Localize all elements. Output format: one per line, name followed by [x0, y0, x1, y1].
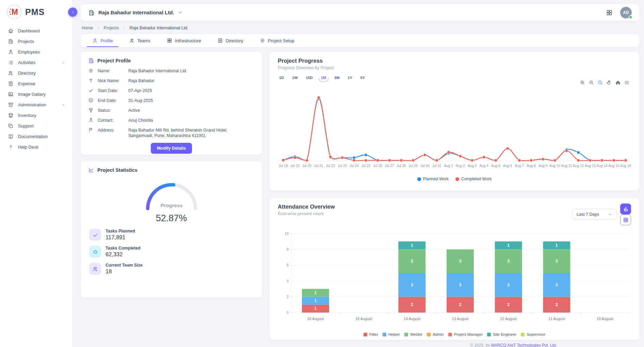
date-range-select[interactable]: Last 7 Days [572, 209, 617, 220]
zoom-in-icon[interactable] [580, 80, 585, 86]
flag-icon [88, 127, 94, 133]
sidebar-item-administration[interactable]: Administration [0, 100, 72, 110]
user-avatar[interactable]: AD [620, 7, 632, 18]
svg-text:2: 2 [459, 302, 462, 307]
gear-icon [88, 68, 94, 73]
legend-helper[interactable]: Helper [383, 332, 400, 336]
book-icon [8, 134, 14, 139]
tab-directory[interactable]: Directory [209, 34, 252, 47]
table-view-button[interactable] [620, 214, 631, 225]
sidebar-item-directory[interactable]: Directory [0, 68, 72, 78]
date-range-value: Last 7 Days [577, 212, 599, 217]
company-icon [88, 9, 95, 16]
selection-zoom-icon[interactable] [597, 80, 603, 86]
stat-icon-box [89, 246, 101, 258]
reset-zoom-icon[interactable] [615, 80, 621, 86]
target-icon [88, 97, 94, 103]
bar-view-button[interactable] [620, 203, 631, 214]
sidebar-item-documentation[interactable]: Documentation [0, 131, 72, 142]
stat-tasks-planned: Tasks Planned117,891 [89, 229, 255, 241]
modify-details-button[interactable]: Modify Details [151, 143, 192, 154]
project-statistics-icon [88, 167, 94, 173]
range-button-1w[interactable]: 1W [291, 75, 299, 80]
brand[interactable]: M PMS [0, 0, 72, 26]
statistics-card-title: Project Statistics [97, 167, 138, 173]
sidebar-item-label: Help Desk [18, 145, 38, 150]
svg-text:3: 3 [459, 283, 462, 287]
chart-menu-icon[interactable] [624, 80, 630, 86]
zoom-out-icon[interactable] [589, 80, 594, 86]
company-selector[interactable]: Raja Bahadur International Ltd. [88, 9, 183, 16]
legend-project-manager[interactable]: Project Manager [448, 332, 483, 336]
project-profile-card: Project Profile Name:Raja Bahadur Intern… [81, 52, 262, 155]
receipt-icon [8, 81, 14, 87]
svg-text:Progress: Progress [160, 202, 182, 208]
sidebar-item-activities[interactable]: Activities [0, 57, 72, 68]
sidebar-item-projects[interactable]: Projects [0, 36, 72, 47]
breadcrumb-item[interactable]: Projects [103, 26, 119, 30]
stat-label: Current Team Size [106, 263, 143, 268]
field-value: Raja Bahadur International Ltd. [128, 68, 187, 74]
field-label: Address: [98, 127, 124, 133]
legend-site-engineer[interactable]: Site Engineer [487, 332, 516, 336]
archive-icon [8, 102, 14, 108]
legend-label: Helper [388, 332, 400, 336]
users-icon [129, 38, 135, 43]
signal-icon [88, 78, 94, 83]
sidebar-item-dashboard[interactable]: Dashboard [0, 26, 72, 36]
sidebar-item-expense[interactable]: Expense [0, 78, 72, 89]
range-button-5y[interactable]: 5Y [359, 75, 366, 80]
apps-grid-icon[interactable] [606, 9, 613, 16]
project-progress-chart[interactable]: Jul 18Jul 19Jul 20Jul 21Jul 22Jul 23Jul … [278, 89, 631, 175]
range-button-3m[interactable]: 3M [333, 75, 341, 80]
sidebar-item-label: Support [18, 123, 34, 129]
svg-text:3: 3 [507, 259, 510, 263]
sidebar-item-inventory[interactable]: Inventory [0, 110, 72, 121]
legend-fitter[interactable]: Fitter [364, 332, 378, 336]
svg-text:4: 4 [287, 279, 289, 283]
progress-gauge: Progress 52.87% [88, 179, 255, 224]
legend-marker-icon [487, 333, 491, 336]
sidebar-item-help-desk[interactable]: Help Desk [0, 142, 72, 152]
field-label: End Date: [98, 98, 124, 103]
sidebar-item-employees[interactable]: Employees [0, 47, 72, 57]
image-icon [8, 91, 14, 97]
progress-card-subtitle: Progress Overview by Project [278, 65, 631, 70]
sidebar-item-image-gallary[interactable]: Image Gallary [0, 89, 72, 100]
attendance-overview-card: Attendance Overview Role-wise present co… [270, 198, 639, 340]
profile-field-status: Status:Active [88, 108, 255, 113]
tab-project-setup[interactable]: Project Setup [252, 34, 303, 47]
field-label: Start Date: [98, 88, 124, 93]
range-button-1y[interactable]: 1Y [346, 75, 353, 80]
legend-planned-work[interactable]: Planned Work [417, 177, 449, 181]
range-button-1m[interactable]: 1M [320, 75, 327, 80]
tab-profile[interactable]: Profile [84, 34, 121, 47]
range-button-1d[interactable]: 1D [278, 75, 285, 80]
svg-text:Jul 20: Jul 20 [302, 164, 312, 168]
chevron-down-icon [608, 212, 612, 217]
legend-marker-icon [455, 177, 459, 181]
pan-icon[interactable] [606, 80, 612, 86]
legend-completed-work[interactable]: Completed Work [455, 177, 492, 181]
range-button-15d[interactable]: 15D [305, 75, 314, 80]
footer-company-link[interactable]: MARCO AIoT Technologies Pvt. Ltd. [491, 343, 557, 347]
progress-percent-value: 52.87% [88, 213, 255, 224]
legend-supervisor[interactable]: Supervisor [521, 332, 545, 336]
legend-admin[interactable]: Admin [427, 332, 444, 336]
statistics-items: Tasks Planned117,891Tasks Completed62,33… [88, 229, 255, 275]
legend-welder[interactable]: Welder [404, 332, 422, 336]
svg-text:Jul 27: Jul 27 [385, 164, 395, 168]
chevron-left-icon [70, 10, 75, 15]
tab-infrastructure[interactable]: Infrastructure [159, 34, 209, 47]
sidebar-item-support[interactable]: Support [0, 121, 72, 131]
field-value: 07-Apr-2025 [128, 88, 152, 93]
tab-teams[interactable]: Teams [121, 34, 159, 47]
content: Project Profile Name:Raja Bahadur Intern… [81, 52, 639, 347]
field-value: Active [128, 108, 140, 113]
attendance-chart[interactable]: 024681011116 August15 August233114 Augus… [278, 230, 631, 332]
stat-current-team-size: Current Team Size18 [89, 263, 255, 275]
sidebar-collapse-button[interactable] [68, 7, 77, 17]
profile-fields: Name:Raja Bahadur International Ltd.Nick… [88, 68, 255, 138]
left-column: Project Profile Name:Raja Bahadur Intern… [81, 52, 262, 347]
breadcrumb-item[interactable]: Home [82, 26, 93, 30]
